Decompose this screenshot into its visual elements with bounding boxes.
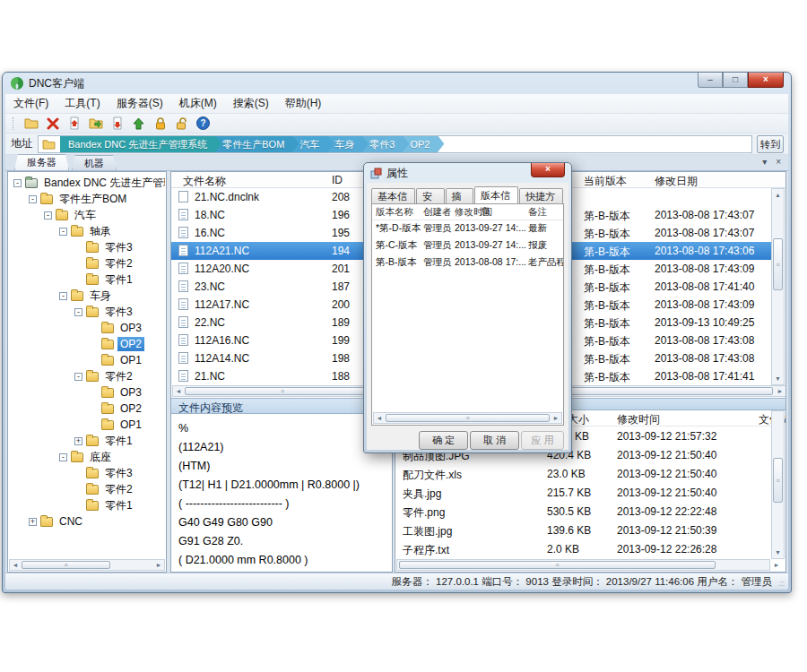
cancel-button[interactable]: 取 消 [470, 431, 519, 450]
tree-item[interactable]: - 零件3 [9, 304, 165, 320]
version-table-row[interactable]: *第-D-版本 管理员 2013-09-27 14:... 最新 [372, 220, 563, 237]
tree-item[interactable]: 零件3 [9, 465, 165, 481]
version-name-column-header[interactable]: 版本名称 [376, 206, 413, 219]
tree-item[interactable]: + 零件1 [9, 433, 165, 449]
tree-expander[interactable]: - [74, 373, 82, 381]
delete-icon[interactable] [45, 116, 60, 131]
version-table-row[interactable]: 第-B-版本 管理员 2013-08-08 17:... 老产品程序 [372, 254, 563, 271]
creator-column-header[interactable]: 创建者 [423, 206, 452, 219]
tree-item[interactable]: OP3 [9, 320, 165, 336]
tree-item[interactable]: OP2 [9, 336, 165, 352]
lock-icon[interactable] [152, 116, 168, 131]
dialog-tab[interactable]: 安全 [416, 188, 445, 203]
attachment-row[interactable]: 工装图.jpg 139.6 KB 2013-09-12 21:50:39 [395, 521, 771, 539]
breadcrumb-segment[interactable]: 零件生产BOM [214, 135, 299, 153]
tree-expander[interactable]: - [29, 195, 37, 203]
tree-item[interactable]: - 零件2 [9, 368, 165, 384]
file-row[interactable]: 16.NC 195 [171, 224, 392, 242]
tree-item[interactable]: OP3 [9, 384, 165, 401]
tree-item[interactable]: 零件2 [9, 255, 165, 271]
menu-item[interactable]: 服务器(S) [108, 94, 171, 113]
dialog-close-button[interactable]: × [531, 163, 565, 177]
modify-time-column-header[interactable]: 修改时间 [617, 412, 660, 427]
title-bar[interactable]: DNC客户端 – □ × [3, 73, 791, 94]
modify-date-column-header[interactable]: 修改日期 [655, 174, 698, 189]
go-button[interactable]: 转到 [757, 135, 784, 153]
dialog-horizontal-scrollbar[interactable]: ◄ ≡ ► [373, 412, 562, 424]
tree-expander[interactable]: - [44, 211, 52, 220]
dialog-tab[interactable]: 摘要 [446, 188, 474, 203]
tree-expander[interactable]: - [59, 228, 67, 236]
tree-item[interactable]: OP2 [9, 401, 165, 417]
tree-item[interactable]: - 底座 [9, 449, 165, 465]
tree-expander[interactable]: + [29, 518, 37, 526]
maximize-button[interactable]: □ [723, 73, 748, 88]
tree-item[interactable]: - 零件生产BOM [9, 191, 165, 207]
tree-expander[interactable]: - [74, 308, 82, 316]
tree-item[interactable]: + CNC [9, 513, 165, 530]
checkout-file-icon[interactable] [109, 116, 125, 131]
dialog-tab[interactable]: 快捷方式 [519, 188, 563, 203]
dialog-tab[interactable]: 版本信息 [474, 186, 518, 203]
tree-expander[interactable]: + [74, 437, 82, 445]
note-column-header[interactable]: 备注 [528, 206, 547, 219]
version-table-header[interactable]: 版本名称 创建者 修改时间 备注 [372, 204, 563, 220]
version-vertical-scrollbar[interactable]: ▲ ≡ ▼ [771, 188, 785, 385]
tree-item[interactable]: 零件1 [9, 271, 165, 288]
tree-item[interactable]: - 汽车 [9, 207, 165, 223]
tree-horizontal-scrollbar[interactable]: ◄ ≡ ► [9, 559, 165, 571]
dialog-tab[interactable]: 基本信息 [371, 188, 415, 203]
menu-item[interactable]: 帮助(H) [277, 94, 330, 113]
attachment-vertical-scrollbar[interactable]: ≡ ▼ [771, 410, 785, 559]
file-row[interactable]: 23.NC 187 [171, 278, 392, 296]
tree-item[interactable]: OP1 [9, 417, 165, 433]
import-folder-icon[interactable] [88, 116, 103, 131]
file-name-column-header[interactable]: 文件名称 [183, 174, 226, 189]
resize-grip[interactable]: .:: [777, 579, 785, 588]
version-table-row[interactable]: 第-C-版本 管理员 2013-09-27 14:... 报废 [372, 237, 563, 254]
address-field[interactable]: Bandex DNC 先进生产管理系统 零件生产BOM 汽车 车身 零件3 OP… [38, 135, 752, 153]
attachment-row[interactable]: 配刀文件.xls 23.0 KB 2013-09-12 21:50:40 [395, 464, 771, 483]
view-tab[interactable]: 服务器 [14, 154, 69, 170]
attachment-horizontal-scrollbar[interactable]: ≡ ► [396, 559, 770, 571]
file-row[interactable]: 112A20.NC 201 [171, 260, 392, 278]
file-row[interactable]: 21.NC.dnclnk 208 [171, 188, 392, 206]
checkin-file-icon[interactable] [66, 116, 82, 131]
preview-body[interactable]: % (112A21) (HTM) (T12| H1 | D21.0000mm |… [171, 415, 392, 572]
file-list-header[interactable]: 文件名称 ID [171, 172, 392, 188]
dialog-title-bar[interactable]: 属性 × [364, 163, 571, 183]
menu-item[interactable]: 文件(F) [5, 94, 56, 113]
file-row[interactable]: 18.NC 196 [171, 206, 392, 224]
tree-expander[interactable]: - [59, 453, 67, 461]
close-button[interactable]: × [748, 73, 784, 88]
tab-dropdown-icon[interactable]: ▾ [762, 157, 767, 167]
attachment-row[interactable]: 零件.png 530.5 KB 2013-09-12 22:22:48 [395, 502, 771, 521]
menu-item[interactable]: 搜索(S) [225, 94, 277, 113]
file-row[interactable]: 112A21.NC 194 [171, 242, 392, 260]
tree-item[interactable]: - 车身 [9, 288, 165, 304]
attachment-row[interactable]: 子程序.txt 2.0 KB 2013-09-12 22:26:28 [395, 539, 771, 558]
file-list-horizontal-scrollbar[interactable]: ◄ ≡ [172, 385, 393, 397]
tree-item[interactable]: OP1 [9, 352, 165, 368]
help-icon[interactable]: ? [195, 116, 211, 131]
minimize-button[interactable]: – [698, 73, 723, 88]
file-row[interactable]: 21.NC 188 [171, 367, 392, 385]
ok-button[interactable]: 确 定 [419, 431, 468, 450]
menu-item[interactable]: 机床(M) [171, 94, 225, 113]
tree-expander[interactable]: - [59, 292, 67, 300]
file-row[interactable]: 112A16.NC 199 [171, 332, 392, 349]
view-tab[interactable]: 机器 [72, 155, 117, 170]
tree-item[interactable]: 零件2 [9, 481, 165, 497]
unlock-icon[interactable] [174, 116, 189, 131]
send-icon[interactable] [131, 116, 146, 131]
file-row[interactable]: 112A17.NC 200 [171, 296, 392, 314]
file-id-column-header[interactable]: ID [332, 174, 343, 186]
tab-close-icon[interactable]: × [776, 157, 781, 167]
tree-item[interactable]: - 轴承 [9, 223, 165, 239]
current-version-column-header[interactable]: 当前版本 [584, 174, 627, 189]
attachment-row[interactable]: 夹具.jpg 215.7 KB 2013-09-12 21:50:40 [395, 483, 771, 502]
file-row[interactable]: 22.NC 189 [171, 314, 392, 332]
file-row[interactable]: 112A14.NC 198 [171, 349, 392, 367]
tree-item[interactable]: - Bandex DNC 先进生产管理系统 [9, 175, 165, 191]
tree-item[interactable]: 零件3 [9, 239, 165, 255]
